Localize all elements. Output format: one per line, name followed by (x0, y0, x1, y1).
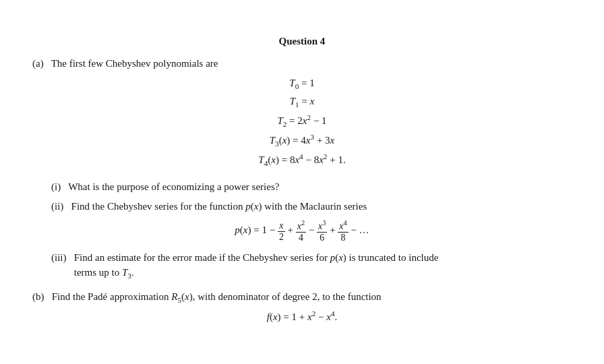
part-a-marker: (a) (32, 58, 44, 69)
part-b: (b) Find the Padé approximation R5(x), w… (32, 291, 572, 323)
sub-question-ii: (ii) Find the Chebyshev series for the f… (51, 199, 572, 214)
part-b-marker: (b) (32, 291, 44, 302)
px-formula: p(x) = 1 − x 2 + x2 4 − x3 6 + x4 8 − … (32, 219, 572, 243)
sub-i-text: What is the purpose of economizing a pow… (68, 181, 279, 192)
poly-T2: T2 = 2x2 − 1 (32, 111, 572, 131)
sub-iii-text-2: terms up to T3. (74, 267, 134, 278)
poly-T3: T3(x) = 4x3 + 3x (32, 131, 572, 150)
part-a-label: (a) The first few Chebyshev polynomials … (32, 58, 572, 69)
question-title: Question 4 (32, 36, 572, 47)
fx-formula: f(x) = 1 + x2 − x4. (32, 309, 572, 323)
polynomial-block: T0 = 1 T1 = x T2 = 2x2 − 1 T3(x) = 4x3 +… (32, 75, 572, 171)
page: Question 4 (a) The first few Chebyshev p… (19, 20, 585, 345)
sub-ii-label: (ii) (51, 201, 63, 212)
part-a-intro: The first few Chebyshev polynomials are (51, 58, 218, 69)
sub-iii-label: (iii) (51, 252, 67, 263)
sub-question-i: (i) What is the purpose of economizing a… (51, 179, 572, 195)
sub-ii-text: Find the Chebyshev series for the functi… (71, 201, 367, 212)
title-text: Question 4 (279, 36, 326, 47)
poly-T0: T0 = 1 (32, 75, 572, 93)
part-a: (a) The first few Chebyshev polynomials … (32, 58, 572, 282)
poly-T1: T1 = x (32, 93, 572, 111)
part-b-label: (b) Find the Padé approximation R5(x), w… (32, 291, 572, 304)
sub-question-iii: (iii) Find an estimate for the error mad… (51, 250, 572, 282)
sub-i-label: (i) (51, 181, 61, 192)
sub-iii-text: Find an estimate for the error made if t… (74, 252, 439, 263)
part-b-text: Find the Padé approximation R5(x), with … (52, 291, 382, 302)
poly-T4: T4(x) = 8x4 − 8x2 + 1. (32, 150, 572, 170)
